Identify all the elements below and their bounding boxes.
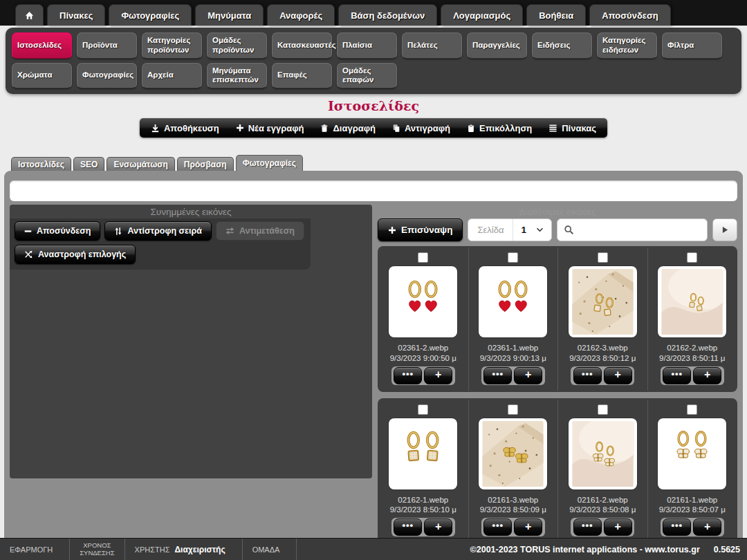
image-more-button[interactable]: ••• <box>663 519 691 536</box>
image-thumbnail[interactable] <box>569 266 637 337</box>
top-nav-tab-αναφορές[interactable]: Αναφορές <box>267 4 335 26</box>
module-button-χρώματα[interactable]: Χρώματα <box>12 63 72 89</box>
image-thumbnail[interactable] <box>569 418 637 489</box>
image-add-button[interactable]: + <box>514 519 542 536</box>
toolbar-save-button[interactable]: Αποθήκευση <box>142 118 228 138</box>
module-button-πλαίσια[interactable]: Πλαίσια <box>337 32 397 59</box>
image-add-button[interactable]: + <box>693 367 721 384</box>
module-button-ομάδες-επαφών[interactable]: Ομάδες επαφών <box>337 63 397 89</box>
module-button-κατηγορίες-προϊόντων[interactable]: Κατηγορίες προϊόντων <box>142 32 202 59</box>
image-tile-buttons: •••+ <box>391 366 455 385</box>
image-grid-row-1: 02361-2.webp9/3/2023 9:00:50 μ•••+02361-… <box>378 246 737 391</box>
top-nav-tab-μηνύματα[interactable]: Μηνύματα <box>195 4 264 26</box>
copy-icon <box>392 124 400 133</box>
module-button-προϊόντα[interactable]: Προϊόντα <box>77 32 137 59</box>
image-thumbnail[interactable] <box>479 266 547 337</box>
image-checkbox[interactable] <box>508 404 518 415</box>
record-tab-ενσωμάτωση[interactable]: Ενσωμάτωση <box>107 157 174 171</box>
image-checkbox[interactable] <box>598 252 608 263</box>
reverse-order-icon <box>114 227 122 236</box>
image-more-button[interactable]: ••• <box>394 519 422 536</box>
attached-minus-button[interactable]: Αποσύνδεση <box>15 221 100 241</box>
toolbar-copy-button[interactable]: Αντιγραφή <box>384 118 459 138</box>
image-thumbnail[interactable] <box>479 418 547 489</box>
image-tile-buttons: •••+ <box>571 518 634 536</box>
module-button-ομάδες-προϊόντων[interactable]: Ομάδες προϊόντων <box>207 32 267 59</box>
butterfly-earrings-fabric <box>571 421 634 487</box>
go-button[interactable] <box>712 218 737 241</box>
module-button-επαφές[interactable]: Επαφές <box>272 63 332 89</box>
page-select[interactable]: 1 <box>513 219 551 241</box>
toolbar-trash-button[interactable]: Διαγραφή <box>312 118 383 138</box>
image-more-button[interactable]: ••• <box>483 367 512 384</box>
image-checkbox[interactable] <box>687 404 697 415</box>
page-select-label: Σελίδα <box>468 225 513 235</box>
module-button-μηνύματα-επισκεπτών[interactable]: Μηνύματα επισκεπτών <box>207 63 267 89</box>
image-more-button[interactable]: ••• <box>573 367 602 384</box>
image-add-button[interactable]: + <box>604 367 632 384</box>
attach-button[interactable]: Επισύναψη <box>378 218 463 241</box>
image-add-button[interactable]: + <box>693 519 721 536</box>
table-icon <box>548 124 557 133</box>
toolbar-plus-button[interactable]: Νέα εγγραφή <box>228 118 313 138</box>
record-tab-seo[interactable]: SEO <box>73 157 104 171</box>
available-images-panel: Διαθέσιμες εικόνες Επισύναψη Σελίδα 1 02… <box>378 205 737 550</box>
module-button-φίλτρα[interactable]: Φίλτρα <box>662 32 722 59</box>
footer-user: ΧΡΗΣΤΗΣΔιαχειριστής <box>125 539 243 560</box>
record-tabs: ΙστοσελίδεςSEOΕνσωμάτωσηΠρόσβασηΦωτογραφ… <box>11 155 747 171</box>
image-checkbox[interactable] <box>508 252 518 263</box>
image-caption: 02161-3.webp9/3/2023 8:50:09 μ <box>480 495 546 515</box>
record-toolbar: ΑποθήκευσηΝέα εγγραφήΔιαγραφήΑντιγραφήΕπ… <box>140 118 607 138</box>
image-add-button[interactable]: + <box>604 519 632 536</box>
record-tab-πρόσβαση[interactable]: Πρόσβαση <box>177 157 234 171</box>
module-button-κατασκευαστές[interactable]: Κατασκευαστές <box>272 32 332 59</box>
image-checkbox[interactable] <box>418 404 428 415</box>
image-more-button[interactable]: ••• <box>483 519 512 536</box>
image-checkbox[interactable] <box>687 252 697 263</box>
image-add-button[interactable]: + <box>514 367 542 384</box>
record-tab-ιστοσελίδες[interactable]: Ιστοσελίδες <box>11 157 71 171</box>
record-title-input[interactable] <box>10 180 737 201</box>
module-button-πελάτες[interactable]: Πελάτες <box>402 32 462 59</box>
image-tile: 02162-1.webp9/3/2023 8:50:10 μ•••+ <box>378 400 468 542</box>
top-nav-tab-βάση-δεδομένων[interactable]: Βάση δεδομένων <box>338 4 437 26</box>
record-tab-φωτογραφίες[interactable]: Φωτογραφίες <box>236 155 303 171</box>
image-checkbox[interactable] <box>418 252 428 263</box>
home-tab[interactable] <box>15 4 44 26</box>
image-add-button[interactable]: + <box>424 519 452 536</box>
module-button-παραγγελίες[interactable]: Παραγγελίες <box>467 32 527 59</box>
image-add-button[interactable]: + <box>424 367 452 384</box>
image-tile-buttons: •••+ <box>661 518 724 536</box>
image-tile: 02161-2.webp9/3/2023 8:50:08 μ•••+ <box>557 400 647 542</box>
module-button-ιστοσελίδες[interactable]: Ιστοσελίδες <box>12 32 72 59</box>
top-nav-tab-αποσύνδεση[interactable]: Αποσύνδεση <box>589 4 671 26</box>
image-more-button[interactable]: ••• <box>573 519 602 536</box>
module-button-ειδήσεις[interactable]: Ειδήσεις <box>532 32 592 59</box>
image-thumbnail[interactable] <box>389 266 457 337</box>
toolbar-paste-button[interactable]: Επικόλληση <box>459 118 540 138</box>
toolbar-table-button[interactable]: Πίνακας <box>540 118 605 138</box>
module-button-φωτογραφίες[interactable]: Φωτογραφίες <box>77 63 137 89</box>
image-thumbnail[interactable] <box>389 418 457 489</box>
image-tile-buttons: •••+ <box>391 518 455 536</box>
module-button-κατηγορίες-ειδήσεων[interactable]: Κατηγορίες ειδήσεων <box>597 32 657 59</box>
module-button-αρχεία[interactable]: Αρχεία <box>142 63 202 89</box>
search-input[interactable] <box>579 225 701 235</box>
top-nav-tab-πίνακες[interactable]: Πίνακες <box>47 4 105 26</box>
image-timestamp: 9/3/2023 8:50:09 μ <box>480 505 546 515</box>
top-nav-tabs: ΠίνακεςΦωτογραφίεςΜηνύματαΑναφορέςΒάση δ… <box>47 4 671 26</box>
image-more-button[interactable]: ••• <box>394 367 422 384</box>
top-nav-tab-λογαριασμός[interactable]: Λογαριασμός <box>441 4 523 26</box>
image-timestamp: 9/3/2023 9:00:13 μ <box>480 353 546 364</box>
image-thumbnail[interactable] <box>658 266 726 337</box>
attached-reverse-order-button[interactable]: Αντίστροφη σειρά <box>104 221 212 241</box>
top-nav-tab-φωτογραφίες[interactable]: Φωτογραφίες <box>109 4 192 26</box>
top-navigation: ΠίνακεςΦωτογραφίεςΜηνύματαΑναφορέςΒάση δ… <box>0 0 747 26</box>
trash-icon <box>320 124 329 133</box>
image-thumbnail[interactable] <box>658 418 726 489</box>
top-nav-tab-βοήθεια[interactable]: Βοήθεια <box>526 4 586 26</box>
image-filename: 02161-1.webp <box>659 495 726 505</box>
attached-invert-selection-button[interactable]: Αναστροφή επιλογής <box>15 245 136 264</box>
image-checkbox[interactable] <box>598 404 608 415</box>
image-more-button[interactable]: ••• <box>663 367 691 384</box>
